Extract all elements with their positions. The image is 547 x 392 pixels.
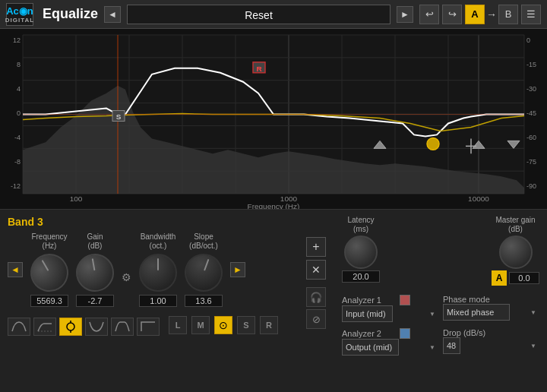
frequency-value[interactable]: 5569.3 bbox=[30, 295, 68, 307]
master-gain-knob[interactable] bbox=[499, 236, 533, 269]
band-types-row bbox=[8, 318, 160, 336]
gain-group: Gain(dB) -2.7 bbox=[76, 232, 114, 307]
slope-group: Slope(dB/oct.) 13.6 bbox=[185, 232, 223, 307]
latency-label: Latency(ms) bbox=[347, 216, 374, 234]
analyzer2-label-row: Analyzer 2 bbox=[342, 328, 438, 339]
band-title: Band 3 bbox=[8, 216, 290, 228]
lms-m[interactable]: M bbox=[191, 316, 210, 334]
analyzer2-color-box bbox=[400, 328, 410, 339]
band-type-valley[interactable] bbox=[85, 318, 108, 336]
analyzer1-select-wrapper: Input (mid) Input (left) Input (right) N… bbox=[342, 305, 438, 322]
ab-group: A → B bbox=[465, 5, 518, 24]
slope-value[interactable]: 13.6 bbox=[185, 295, 223, 307]
phase-mode-select-wrapper: Mixed phase Linear phase Minimum phase bbox=[443, 304, 539, 321]
master-gain-value[interactable] bbox=[509, 272, 539, 284]
preset-name: Reset bbox=[127, 5, 390, 24]
lms-l[interactable]: L bbox=[169, 316, 187, 334]
add-band-button[interactable]: + bbox=[306, 237, 326, 257]
analyzer2-select[interactable]: Output (mid) Output (left) Output (right… bbox=[342, 339, 399, 356]
svg-text:Frequency (Hz): Frequency (Hz) bbox=[248, 202, 300, 209]
eq-graph[interactable]: S R 100 1000 10000 Frequency (Hz) bbox=[0, 29, 547, 209]
drop-section: Drop (dB/s) 48 24 12 6 bbox=[443, 325, 539, 356]
bottom-area: Band 3 ◄ Frequency(Hz) 5569.3 Gain(dB) -… bbox=[0, 210, 547, 392]
gain-knob[interactable] bbox=[73, 251, 117, 295]
remove-band-button[interactable]: ✕ bbox=[306, 260, 326, 280]
master-gain-panel: Master gain(dB) A bbox=[492, 216, 539, 286]
phase-mode-label: Phase mode bbox=[443, 295, 496, 304]
svg-text:100: 100 bbox=[70, 194, 83, 203]
analyzer1-section: Analyzer 1 Input (mid) Input (left) Inpu… bbox=[342, 292, 438, 322]
latency-value[interactable] bbox=[342, 270, 380, 283]
analyzer1-label: Analyzer 1 bbox=[342, 296, 395, 305]
band-type-highshelf[interactable] bbox=[33, 318, 56, 336]
lms-s[interactable]: S bbox=[237, 316, 255, 334]
band-type-bandpass[interactable] bbox=[111, 318, 134, 336]
latency-panel: Latency(ms) bbox=[342, 216, 380, 286]
logo: Ac◉n DIGITAL bbox=[6, 3, 33, 26]
header-right: ↩ ↪ A → B ☰ bbox=[419, 5, 541, 24]
frequency-knob[interactable] bbox=[24, 247, 75, 299]
band-prev-button[interactable]: ◄ bbox=[8, 262, 23, 277]
analyzer2-select-wrapper: Output (mid) Output (left) Output (right… bbox=[342, 339, 438, 356]
gear-icon[interactable]: ⚙ bbox=[122, 271, 131, 283]
preset-next-button[interactable]: ► bbox=[397, 6, 413, 23]
drop-label: Drop (dB/s) bbox=[443, 328, 496, 337]
gain-value[interactable]: -2.7 bbox=[76, 295, 114, 307]
phase-mode-label-row: Phase mode bbox=[443, 295, 539, 304]
headphone-icon[interactable]: 🎧 bbox=[306, 287, 326, 307]
menu-button[interactable]: ☰ bbox=[521, 5, 541, 24]
right-panel: Latency(ms) Master gain(dB) A bbox=[342, 216, 539, 356]
band-controls: Band 3 ◄ Frequency(Hz) 5569.3 Gain(dB) -… bbox=[8, 216, 290, 356]
band-type-bell[interactable] bbox=[8, 318, 30, 336]
a-indicator: A bbox=[492, 270, 507, 286]
ab-b-button[interactable]: B bbox=[498, 5, 518, 24]
app-title: Equalize bbox=[43, 6, 98, 22]
frequency-label: Frequency(Hz) bbox=[31, 232, 67, 251]
drop-select-wrapper: 48 24 12 6 bbox=[443, 337, 539, 354]
knobs-row: ◄ Frequency(Hz) 5569.3 Gain(dB) -2.7 ⚙ bbox=[8, 232, 290, 307]
bandwidth-label: Bandwidth(oct.) bbox=[141, 232, 176, 251]
bandwidth-group: Bandwidth(oct.) 1.00 bbox=[139, 232, 177, 307]
bandwidth-value[interactable]: 1.00 bbox=[139, 295, 177, 307]
analyzer2-label: Analyzer 2 bbox=[342, 329, 395, 338]
analyzer1-label-row: Analyzer 1 bbox=[342, 295, 438, 305]
analyzer1-color-box bbox=[400, 295, 410, 305]
ab-arrow-icon: → bbox=[486, 8, 497, 21]
preset-prev-button[interactable]: ◄ bbox=[104, 6, 121, 23]
frequency-group: Frequency(Hz) 5569.3 bbox=[30, 232, 68, 307]
svg-text:10000: 10000 bbox=[468, 194, 489, 203]
svg-text:R: R bbox=[256, 65, 261, 73]
eq-display[interactable]: 12 8 4 0 -4 -8 -12 0 -15 -30 -45 -60 -75… bbox=[0, 29, 547, 210]
svg-text:S: S bbox=[116, 113, 122, 122]
slope-knob[interactable] bbox=[179, 248, 228, 297]
master-gain-label: Master gain(dB) bbox=[495, 216, 535, 234]
latency-knob[interactable] bbox=[344, 236, 378, 269]
drop-select[interactable]: 48 24 12 6 bbox=[443, 337, 460, 354]
band-type-brickwall[interactable] bbox=[137, 318, 160, 336]
phase-mode-select[interactable]: Mixed phase Linear phase Minimum phase bbox=[443, 304, 510, 321]
analyzer2-section: Analyzer 2 Output (mid) Output (left) Ou… bbox=[342, 325, 438, 356]
svg-point-30 bbox=[427, 138, 439, 150]
lms-link[interactable]: ⊙ bbox=[214, 316, 232, 334]
logo-icon: Ac◉n DIGITAL bbox=[6, 3, 33, 26]
bandwidth-knob[interactable] bbox=[139, 254, 177, 292]
slope-label: Slope(dB/oct.) bbox=[189, 232, 218, 251]
redo-button[interactable]: ↪ bbox=[442, 5, 462, 24]
phase-mode-section: Phase mode Mixed phase Linear phase Mini… bbox=[443, 292, 539, 322]
svg-point-37 bbox=[67, 323, 74, 330]
band-type-notch[interactable] bbox=[59, 318, 82, 336]
lms-r[interactable]: R bbox=[260, 316, 278, 334]
mute-icon[interactable]: ⊘ bbox=[306, 309, 326, 329]
undo-button[interactable]: ↩ bbox=[419, 5, 439, 24]
drop-label-row: Drop (dB/s) bbox=[443, 328, 539, 337]
band-next-button[interactable]: ► bbox=[230, 262, 245, 277]
header: Ac◉n DIGITAL Equalize ◄ Reset ► ↩ ↪ A → … bbox=[0, 0, 547, 29]
ab-a-button[interactable]: A bbox=[465, 5, 485, 24]
gain-label: Gain(dB) bbox=[87, 232, 103, 251]
analyzer1-select[interactable]: Input (mid) Input (left) Input (right) N… bbox=[342, 305, 393, 322]
lms-row: L M ⊙ S R bbox=[166, 316, 278, 334]
